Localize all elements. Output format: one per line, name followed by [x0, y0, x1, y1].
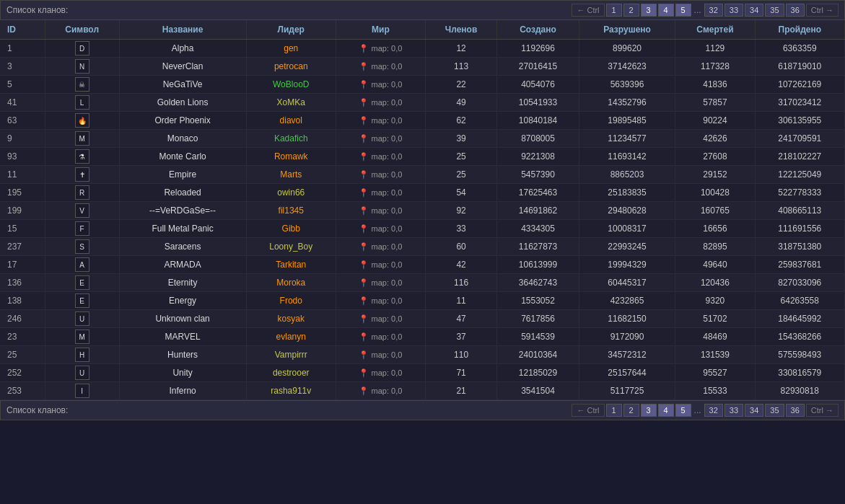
bottom-page-35[interactable]: 35 — [765, 404, 784, 417]
table-row[interactable]: 3 N NeverClan petrocan 📍 map: 0,0 113 27… — [0, 58, 845, 76]
cell-created: 10541933 — [497, 94, 579, 112]
cell-symbol: F — [45, 220, 119, 238]
table-row[interactable]: 23 M MARVEL evlanyn 📍 map: 0,0 37 591453… — [0, 328, 845, 346]
bottom-page-3[interactable]: 3 — [641, 404, 657, 417]
page-4[interactable]: 4 — [658, 4, 674, 17]
cell-created: 27016415 — [497, 58, 579, 76]
cell-deaths: 9320 — [675, 292, 755, 310]
symbol-icon: E — [75, 275, 89, 290]
table-row[interactable]: 63 🔥 Order Phoenix diavol 📍 map: 0,0 62 … — [0, 112, 845, 130]
cell-created: 7617856 — [497, 310, 579, 328]
page-36[interactable]: 36 — [786, 4, 805, 17]
cell-leader: gen — [246, 40, 336, 58]
cell-created: 17625463 — [497, 184, 579, 202]
cell-leader: Moroka — [246, 274, 336, 292]
bottom-page-2[interactable]: 2 — [623, 404, 639, 417]
table-row[interactable]: 25 H Hunters Vampirrr 📍 map: 0,0 110 240… — [0, 346, 845, 364]
bottom-page-5[interactable]: 5 — [675, 404, 691, 417]
page-ctrl-left[interactable]: ← Ctrl — [572, 4, 604, 17]
page-32[interactable]: 32 — [704, 4, 723, 17]
cell-deaths: 27608 — [675, 148, 755, 166]
cell-members: 92 — [425, 202, 496, 220]
bottom-toolbar: Список кланов: ← Ctrl 1 2 3 4 5 ... 32 3… — [0, 400, 845, 420]
table-row[interactable]: 5 ☠ NeGaTiVe WoBlooD 📍 map: 0,0 22 40540… — [0, 76, 845, 94]
cell-passed: 408665113 — [755, 202, 844, 220]
bottom-page-4[interactable]: 4 — [658, 404, 674, 417]
cell-created: 1192696 — [497, 40, 579, 58]
table-row[interactable]: 246 U Unknown clan kosyak 📍 map: 0,0 47 … — [0, 310, 845, 328]
cell-id: 252 — [0, 364, 45, 382]
table-row[interactable]: 9 M Monaco Kadafich 📍 map: 0,0 39 870800… — [0, 130, 845, 148]
table-row[interactable]: 41 L Golden Lions XoMKa 📍 map: 0,0 49 10… — [0, 94, 845, 112]
symbol-icon: ✝ — [75, 167, 89, 182]
map-icon: 📍 — [359, 188, 369, 197]
bottom-page-34[interactable]: 34 — [745, 404, 763, 417]
bottom-page-36[interactable]: 36 — [786, 404, 805, 417]
cell-world: 📍 map: 0,0 — [336, 166, 425, 184]
cell-passed: 306135955 — [755, 112, 844, 130]
cell-deaths: 41836 — [675, 76, 755, 94]
cell-world: 📍 map: 0,0 — [336, 202, 425, 220]
table-row[interactable]: 199 V --=VeRDGaSe=-- fil1345 📍 map: 0,0 … — [0, 202, 845, 220]
bottom-page-1[interactable]: 1 — [606, 404, 622, 417]
map-icon: 📍 — [359, 332, 369, 341]
page-3[interactable]: 3 — [641, 4, 657, 17]
cell-destroyed: 10008317 — [579, 220, 675, 238]
cell-name: Eternity — [119, 274, 246, 292]
map-icon: 📍 — [359, 224, 369, 233]
cell-created: 10840184 — [497, 112, 579, 130]
map-icon: 📍 — [359, 368, 369, 377]
page-2[interactable]: 2 — [623, 4, 639, 17]
bottom-page-ctrl-left[interactable]: ← Ctrl — [572, 404, 604, 417]
table-header-row: ID Символ Название Лидер Мир Членов Созд… — [0, 20, 845, 40]
symbol-icon: R — [75, 185, 89, 200]
cell-world: 📍 map: 0,0 — [336, 148, 425, 166]
table-row[interactable]: 138 E Energy Frodo 📍 map: 0,0 11 1553052… — [0, 292, 845, 310]
cell-destroyed: 14352796 — [579, 94, 675, 112]
cell-created: 12185029 — [497, 364, 579, 382]
page-5[interactable]: 5 — [675, 4, 691, 17]
table-row[interactable]: 15 F Full Metal Panic Gibb 📍 map: 0,0 33… — [0, 220, 845, 238]
cell-passed: 184645992 — [755, 310, 844, 328]
cell-deaths: 120436 — [675, 274, 755, 292]
cell-deaths: 117328 — [675, 58, 755, 76]
cell-id: 17 — [0, 256, 45, 274]
table-row[interactable]: 17 A ARMADA Tarkitan 📍 map: 0,0 42 10613… — [0, 256, 845, 274]
cell-deaths: 15533 — [675, 382, 755, 400]
table-row[interactable]: 252 U Unity destrooer 📍 map: 0,0 71 1218… — [0, 364, 845, 382]
table-row[interactable]: 237 S Saracens Loony_Boy 📍 map: 0,0 60 1… — [0, 238, 845, 256]
page-ctrl-right[interactable]: Ctrl → — [806, 4, 839, 17]
table-row[interactable]: 253 I Inferno rasha911v 📍 map: 0,0 21 35… — [0, 382, 845, 400]
cell-name: --=VeRDGaSe=-- — [119, 202, 246, 220]
bottom-page-32[interactable]: 32 — [704, 404, 723, 417]
cell-deaths: 29152 — [675, 166, 755, 184]
cell-world: 📍 map: 0,0 — [336, 184, 425, 202]
page-34[interactable]: 34 — [745, 4, 763, 17]
map-icon: 📍 — [359, 314, 369, 323]
cell-passed: 154368266 — [755, 328, 844, 346]
table-row[interactable]: 195 R Reloaded owin66 📍 map: 0,0 54 1762… — [0, 184, 845, 202]
page-33[interactable]: 33 — [724, 4, 743, 17]
cell-leader: WoBlooD — [246, 76, 336, 94]
cell-id: 9 — [0, 130, 45, 148]
page-35[interactable]: 35 — [765, 4, 784, 17]
symbol-icon: S — [75, 239, 89, 254]
cell-deaths: 95527 — [675, 364, 755, 382]
cell-members: 116 — [425, 274, 496, 292]
cell-id: 93 — [0, 148, 45, 166]
cell-symbol: ⚗ — [45, 148, 119, 166]
symbol-icon: D — [75, 41, 89, 56]
table-row[interactable]: 93 ⚗ Monte Carlo Romawk 📍 map: 0,0 25 92… — [0, 148, 845, 166]
table-row[interactable]: 11 ✝ Empire Marts 📍 map: 0,0 25 5457390 … — [0, 166, 845, 184]
col-name: Название — [119, 20, 246, 40]
cell-destroyed: 19994329 — [579, 256, 675, 274]
table-row[interactable]: 1 D Alpha gen 📍 map: 0,0 12 1192696 8996… — [0, 40, 845, 58]
page-1[interactable]: 1 — [606, 4, 622, 17]
bottom-page-33[interactable]: 33 — [724, 404, 743, 417]
cell-world: 📍 map: 0,0 — [336, 238, 425, 256]
bottom-page-ctrl-right[interactable]: Ctrl → — [806, 404, 839, 417]
cell-id: 253 — [0, 382, 45, 400]
map-icon: 📍 — [359, 62, 369, 71]
table-row[interactable]: 136 E Eternity Moroka 📍 map: 0,0 116 364… — [0, 274, 845, 292]
cell-passed: 259837681 — [755, 256, 844, 274]
